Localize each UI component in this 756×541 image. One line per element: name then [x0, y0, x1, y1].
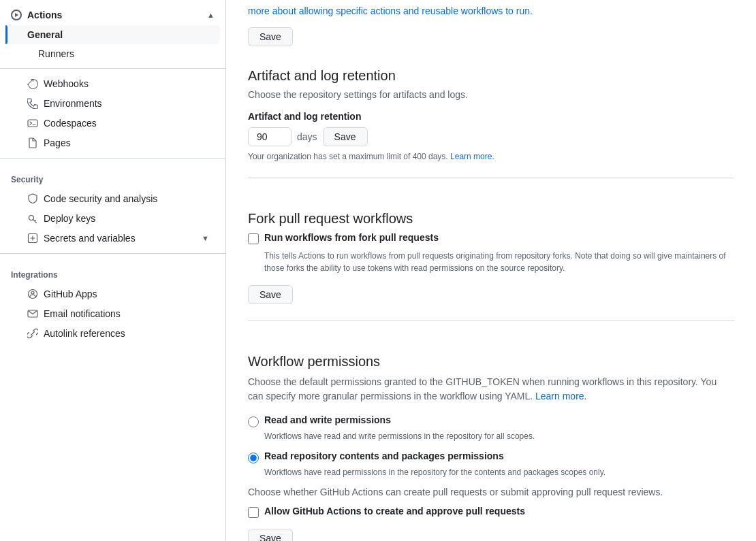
- sidebar-github-apps-label: GitHub Apps: [44, 289, 97, 299]
- sidebar-item-github-apps[interactable]: GitHub Apps: [5, 284, 220, 304]
- svg-point-5: [31, 291, 34, 294]
- github-apps-icon: [27, 289, 38, 299]
- sidebar-actions-label: Actions: [27, 10, 62, 20]
- sidebar-item-environments[interactable]: Environments: [5, 94, 220, 113]
- workflow-section-title: Workflow permissions: [248, 338, 734, 370]
- artifact-field-label: Artifact and log retention: [248, 111, 734, 122]
- artifact-section-description: Choose the repository settings for artif…: [248, 89, 734, 100]
- fork-checkbox-label[interactable]: Run workflows from fork pull requests: [264, 232, 439, 243]
- sidebar-webhooks-label: Webhooks: [44, 78, 89, 89]
- pr-description: Choose whether GitHub Actions can create…: [248, 487, 734, 497]
- sidebar-actions-header[interactable]: Actions ▲: [0, 5, 225, 24]
- sidebar-codespaces-label: Codespaces: [44, 118, 97, 129]
- section-divider-1: [248, 178, 734, 178]
- plus-box-icon: [27, 233, 38, 244]
- section-divider-2: [248, 321, 734, 321]
- codespaces-icon: [27, 118, 38, 129]
- svg-marker-0: [15, 13, 18, 17]
- key-icon: [27, 213, 38, 224]
- radio-read-write-description: Workflows have read and write permission…: [264, 430, 734, 442]
- artifact-days-input[interactable]: [248, 127, 292, 146]
- main-content: more about allowing specific actions and…: [226, 0, 756, 541]
- artifact-section-title: Artifact and log retention: [248, 52, 734, 84]
- sidebar-category-integrations: Integrations: [0, 259, 225, 284]
- actions-chevron-icon: ▲: [207, 11, 215, 19]
- radio-read-write[interactable]: [248, 416, 259, 427]
- fork-checkbox-description: This tells Actions to run workflows from…: [264, 250, 734, 274]
- top-link[interactable]: more about allowing specific actions and…: [248, 0, 734, 27]
- actions-play-icon: [11, 10, 22, 20]
- sidebar-item-pages[interactable]: Pages: [5, 133, 220, 152]
- sidebar-divider-1: [0, 68, 225, 69]
- fork-checkbox[interactable]: [248, 233, 259, 244]
- radio-read-only-description: Workflows have read permissions in the r…: [264, 466, 734, 478]
- artifact-hint: Your organization has set a maximum limi…: [248, 152, 734, 161]
- artifact-days-unit: days: [297, 131, 317, 142]
- sidebar-item-secrets-variables[interactable]: Secrets and variables ▼: [5, 229, 220, 248]
- sidebar-email-notifications-label: Email notifications: [44, 308, 121, 319]
- sidebar-category-security: Security: [0, 164, 225, 188]
- svg-rect-1: [28, 120, 37, 127]
- sidebar-item-code-security[interactable]: Code security and analysis: [5, 189, 220, 208]
- sidebar-item-deploy-keys[interactable]: Deploy keys: [5, 209, 220, 228]
- top-save-button[interactable]: Save: [248, 27, 293, 46]
- workflow-learn-more-link[interactable]: Learn more.: [535, 391, 586, 401]
- sidebar-item-autolink-references[interactable]: Autolink references: [5, 324, 220, 343]
- sidebar-autolink-references-label: Autolink references: [44, 328, 125, 339]
- radio-read-only[interactable]: [248, 453, 259, 463]
- sidebar-item-codespaces[interactable]: Codespaces: [5, 114, 220, 133]
- sidebar-general-label: General: [27, 29, 63, 40]
- sidebar-item-runners[interactable]: Runners: [5, 45, 220, 63]
- fork-section-title: Fork pull request workflows: [248, 195, 734, 227]
- artifact-learn-more-link[interactable]: Learn more.: [450, 152, 494, 161]
- artifact-save-button[interactable]: Save: [323, 127, 368, 146]
- shield-icon: [27, 193, 38, 204]
- autolink-icon: [27, 328, 38, 339]
- fork-save-button[interactable]: Save: [248, 285, 293, 304]
- sidebar-environments-label: Environments: [44, 98, 102, 109]
- webhooks-icon: [27, 78, 38, 89]
- environments-icon: [27, 98, 38, 109]
- sidebar-item-webhooks[interactable]: Webhooks: [5, 74, 220, 93]
- secrets-expand-icon: ▼: [202, 234, 209, 242]
- sidebar-divider-2: [0, 158, 225, 159]
- sidebar: Actions ▲ General Runners Webhooks Envir…: [0, 0, 226, 541]
- pr-checkbox[interactable]: [248, 507, 259, 518]
- sidebar-secrets-variables-label: Secrets and variables: [44, 233, 136, 244]
- sidebar-deploy-keys-label: Deploy keys: [44, 213, 95, 224]
- pr-checkbox-label[interactable]: Allow GitHub Actions to create and appro…: [264, 506, 525, 517]
- radio-read-write-label[interactable]: Read and write permissions: [264, 414, 391, 425]
- workflow-save-button[interactable]: Save: [248, 529, 293, 541]
- sidebar-runners-label: Runners: [38, 48, 74, 59]
- sidebar-item-email-notifications[interactable]: Email notifications: [5, 304, 220, 323]
- pages-icon: [27, 137, 38, 148]
- sidebar-item-general[interactable]: General: [5, 25, 220, 44]
- sidebar-pages-label: Pages: [44, 137, 71, 148]
- sidebar-code-security-label: Code security and analysis: [44, 193, 157, 204]
- radio-read-only-label[interactable]: Read repository contents and packages pe…: [264, 450, 504, 461]
- email-icon: [27, 308, 38, 319]
- sidebar-divider-3: [0, 253, 225, 254]
- workflow-section-description: Choose the default permissions granted t…: [248, 375, 734, 404]
